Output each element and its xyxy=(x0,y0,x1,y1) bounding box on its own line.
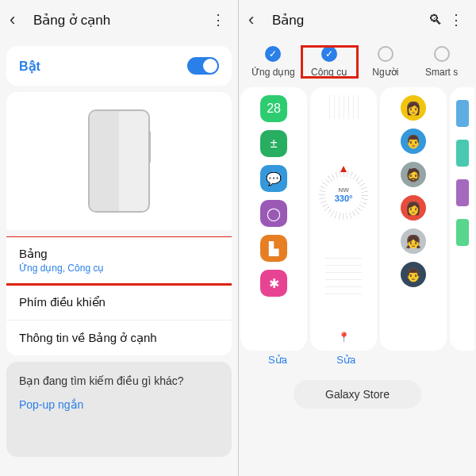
avatar: 👨 xyxy=(401,262,426,287)
check-icon xyxy=(434,46,450,62)
master-switch[interactable] xyxy=(187,57,219,75)
apps-panel-preview[interactable]: 28 ± 💬 ◯ ▙ ✱ xyxy=(240,87,307,351)
ruler-icon xyxy=(325,95,362,119)
suggestion-card: Bạn đang tìm kiếm điều gì khác? Pop-up n… xyxy=(6,362,232,457)
toggle-label: Bật xyxy=(19,59,40,74)
tab-apps[interactable]: ✓ Ứng dụng xyxy=(245,46,301,78)
widget-icon xyxy=(456,179,469,206)
avatar: 👩 xyxy=(401,95,426,121)
more-icon[interactable]: ⋮ xyxy=(208,11,228,29)
check-icon xyxy=(378,46,393,62)
app-icon: 💬 xyxy=(260,165,287,192)
master-toggle-card: Bật xyxy=(6,46,232,86)
page-title: Bảng xyxy=(272,12,425,29)
edit-spacer xyxy=(450,354,470,366)
edit-spacer xyxy=(382,354,447,366)
tab-smart[interactable]: Smart s xyxy=(413,46,470,78)
panel-tabs: ✓ Ứng dụng ✓ Công cụ Người Smart s xyxy=(239,40,476,81)
app-icon: ▙ xyxy=(260,235,287,262)
compass-icon: NW 330° xyxy=(319,171,368,220)
search-icon[interactable]: 🔍︎ xyxy=(425,12,446,29)
widget-icon xyxy=(456,219,469,246)
check-icon: ✓ xyxy=(321,46,337,62)
smart-panel-preview[interactable] xyxy=(450,87,474,351)
back-icon[interactable]: ‹ xyxy=(10,10,29,30)
edit-row: Sửa Sửa xyxy=(239,351,476,375)
right-header: ‹ Bảng 🔍︎ ⋮ xyxy=(239,0,476,40)
app-icon: ± xyxy=(260,130,287,157)
suggestion-link[interactable]: Pop-up ngắn xyxy=(19,398,219,411)
list-item-handle[interactable]: Phím điều khiển xyxy=(6,284,232,320)
widget-icon xyxy=(456,100,469,127)
avatar: 👩 xyxy=(401,195,426,221)
page-title: Bảng ở cạnh xyxy=(33,12,208,29)
tab-people[interactable]: Người xyxy=(358,46,414,78)
more-icon[interactable]: ⋮ xyxy=(446,11,466,29)
avatar: 👧 xyxy=(401,228,426,254)
avatar: 🧔 xyxy=(401,162,426,187)
galaxy-store-button[interactable]: Galaxy Store xyxy=(294,380,421,409)
suggestion-question: Bạn đang tìm kiếm điều gì khác? xyxy=(19,374,219,387)
widget-icon xyxy=(456,140,469,167)
back-icon[interactable]: ‹ xyxy=(248,10,267,30)
tab-tools[interactable]: ✓ Công cụ xyxy=(301,46,358,78)
app-icon: ◯ xyxy=(260,200,287,227)
app-icon: ✱ xyxy=(260,270,287,297)
phone-illustration xyxy=(88,109,150,213)
tools-panel-preview[interactable]: NW 330° 📍 xyxy=(310,87,377,351)
list-item-panels[interactable]: Bảng Ứng dụng, Công cụ xyxy=(6,236,232,284)
edit-link[interactable]: Sửa xyxy=(245,354,310,366)
ruler-icon xyxy=(325,251,362,299)
panels-pane: ‹ Bảng 🔍︎ ⋮ ✓ Ứng dụng ✓ Công cụ Người S… xyxy=(238,0,476,476)
left-header: ‹ Bảng ở cạnh ⋮ xyxy=(0,0,238,40)
settings-list: Bảng Ứng dụng, Công cụ Phím điều khiển T… xyxy=(6,236,232,355)
preview-card xyxy=(6,92,232,230)
settings-pane: ‹ Bảng ở cạnh ⋮ Bật Bảng Ứng dụng, Công … xyxy=(0,0,238,476)
people-panel-preview[interactable]: 👩 👨 🧔 👩 👧 👨 xyxy=(380,87,447,351)
app-icon: 28 xyxy=(260,95,287,122)
avatar: 👨 xyxy=(401,129,426,154)
panel-previews: 28 ± 💬 ◯ ▙ ✱ NW 330° 📍 xyxy=(239,81,476,351)
check-icon: ✓ xyxy=(265,46,281,62)
list-item-about[interactable]: Thông tin về Bảng ở cạnh xyxy=(6,320,232,355)
edit-link[interactable]: Sửa xyxy=(313,354,378,366)
location-icon: 📍 xyxy=(338,332,350,343)
